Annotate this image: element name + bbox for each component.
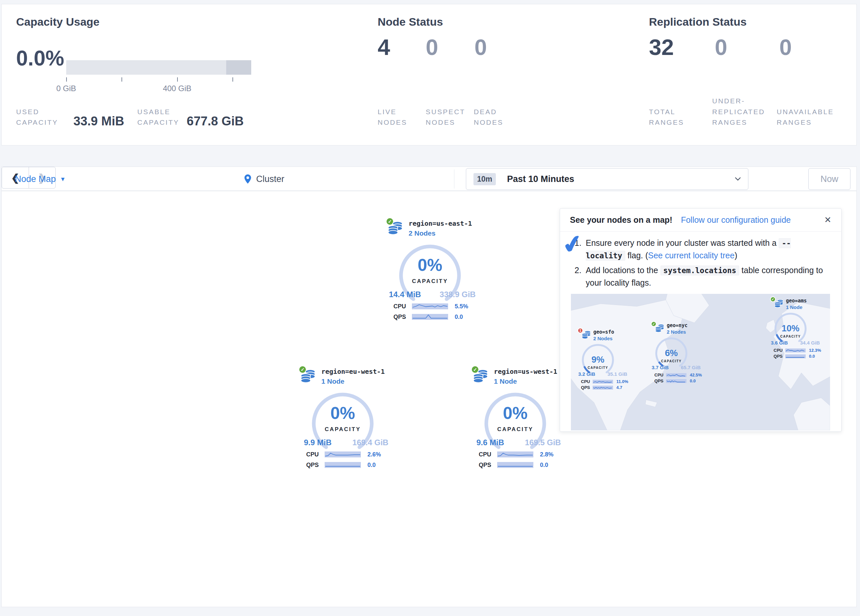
under-replicated-value: 0 xyxy=(715,36,727,58)
popup-instructions: 1.Ensure every node in your cluster was … xyxy=(574,237,829,292)
chevron-down-icon xyxy=(735,177,741,181)
capacity-label: CAPACITY xyxy=(578,366,618,370)
capacity-label: CAPACITY xyxy=(770,335,811,338)
cpu-label: CPU xyxy=(389,303,406,310)
breadcrumb-label: Cluster xyxy=(256,174,284,184)
qps-sparkline xyxy=(785,354,806,358)
qps-value: 0.0 xyxy=(455,313,463,320)
cpu-value: 2.6% xyxy=(367,451,381,458)
now-button[interactable]: Now xyxy=(808,168,851,190)
cpu-sparkline xyxy=(593,380,613,384)
cpu-label: CPU xyxy=(578,379,590,384)
capacity-bar-reserved-segment xyxy=(226,60,251,75)
total-ranges-value: 32 xyxy=(649,36,674,58)
usable-capacity-label: USABLE CAPACITY xyxy=(137,107,193,128)
capacity-percent: 10% xyxy=(770,324,811,333)
node-group-us-east-1[interactable]: ✓ region=us-east-1 2 Nodes 0% CAPACITY 1… xyxy=(381,214,479,328)
cpu-label: CPU xyxy=(651,373,664,378)
axis-tick xyxy=(177,77,178,82)
mini-node-geo-sfo: 1 geo=sfo 2 Nodes 9% CAPACITY 3.2 GiB 35… xyxy=(578,328,631,392)
capacity-label: CAPACITY xyxy=(466,426,565,433)
used-value: 3.6 GiB xyxy=(767,340,791,345)
capacity-percent: 6% xyxy=(651,349,692,358)
database-icon xyxy=(388,221,403,236)
time-range-label: Past 10 Minutes xyxy=(507,174,574,184)
caret-down-icon: ▾ xyxy=(61,175,65,183)
node-count: 2 Nodes xyxy=(593,335,612,341)
total-capacity-value: 34.4 GiB xyxy=(797,340,823,345)
qps-value: 4.7 xyxy=(616,385,622,390)
node-group-us-west-1[interactable]: ✓ region=us-west-1 1 Node 0% CAPACITY 9.… xyxy=(466,362,565,476)
node-group-eu-west-1[interactable]: ✓ region=eu-west-1 1 Node 0% CAPACITY 9.… xyxy=(293,362,392,476)
axis-tick-label: 400 GiB xyxy=(161,84,194,93)
breadcrumb[interactable]: Cluster xyxy=(244,167,284,191)
qps-label: QPS xyxy=(651,378,664,383)
axis-tick xyxy=(121,77,122,82)
live-nodes-value: 4 xyxy=(378,36,390,58)
live-nodes-label: LIVE NODES xyxy=(378,107,411,128)
capacity-percent: 0% xyxy=(466,404,565,422)
locality-tree-link[interactable]: See current locality tree xyxy=(648,251,734,260)
cpu-label: CPU xyxy=(474,451,491,458)
cpu-value: 42.5% xyxy=(690,373,702,378)
qps-value: 0.0 xyxy=(367,462,376,469)
example-node-map-image: 1 geo=sfo 2 Nodes 9% CAPACITY 3.2 GiB 35… xyxy=(571,294,830,430)
under-replicated-label: UNDER-REPLICATED RANGES xyxy=(712,96,771,128)
qps-sparkline xyxy=(325,462,361,468)
used-value: 9.9 MiB xyxy=(298,438,337,447)
node-locality: region=us-east-1 xyxy=(409,219,472,227)
qps-sparkline xyxy=(497,462,534,468)
node-count-link[interactable]: 1 Node xyxy=(494,378,517,385)
node-count-link[interactable]: 1 Node xyxy=(321,378,344,385)
qps-label: QPS xyxy=(771,354,783,359)
node-locality: region=us-west-1 xyxy=(494,368,557,375)
time-range-select[interactable]: 10m Past 10 Minutes xyxy=(466,168,749,190)
cpu-value: 11.0% xyxy=(616,379,628,384)
suspect-nodes-label: SUSPECT NODES xyxy=(426,107,469,128)
qps-value: 0.0 xyxy=(809,354,815,359)
used-value: 9.6 MiB xyxy=(471,438,510,447)
used-capacity-value: 33.9 MiB xyxy=(74,115,124,127)
unavailable-value: 0 xyxy=(779,36,792,58)
total-capacity-value: 35.1 GiB xyxy=(604,371,630,377)
node-locality: geo=sfo xyxy=(593,329,614,335)
node-status-title: Node Status xyxy=(378,16,443,28)
cpu-value: 5.5% xyxy=(455,303,468,310)
cpu-sparkline xyxy=(785,348,806,353)
view-mode-dropdown[interactable]: Node Map ▾ xyxy=(15,167,64,191)
capacity-usage-title: Capacity Usage xyxy=(16,16,99,28)
replication-status-title: Replication Status xyxy=(649,16,747,28)
node-locality: region=eu-west-1 xyxy=(321,368,385,375)
node-locality: geo=nyc xyxy=(667,323,687,328)
node-count-link[interactable]: 2 Nodes xyxy=(409,229,436,237)
used-value: 14.4 MiB xyxy=(385,290,425,299)
node-count: 1 Node xyxy=(786,304,802,310)
step-text: Add locations to the xyxy=(586,266,661,275)
toolbar-divider xyxy=(454,169,454,188)
total-capacity-value: 169.4 GiB xyxy=(347,438,394,447)
dead-nodes-value: 0 xyxy=(474,36,487,58)
axis-tick xyxy=(232,77,233,82)
popup-title: See your nodes on a map! xyxy=(570,215,672,225)
capacity-percent: 0% xyxy=(381,256,479,273)
capacity-percent: 0.0% xyxy=(16,48,64,69)
mini-node-geo-nyc: ✓ geo=nyc 2 Nodes 6% CAPACITY 3.7 GiB 65… xyxy=(651,321,705,386)
suspect-nodes-value: 0 xyxy=(426,36,438,58)
close-icon[interactable]: ✕ xyxy=(824,215,831,225)
cpu-sparkline xyxy=(325,451,361,458)
qps-label: QPS xyxy=(389,313,406,320)
qps-label: QPS xyxy=(301,462,319,469)
used-value: 3.7 GiB xyxy=(648,365,672,370)
cpu-label: CPU xyxy=(771,348,783,353)
unavailable-label: UNAVAILABLE RANGES xyxy=(777,107,839,128)
configuration-guide-link[interactable]: Follow our configuration guide xyxy=(681,215,791,225)
cpu-value: 12.3% xyxy=(809,348,821,353)
total-capacity-value: 65.7 GiB xyxy=(678,365,704,370)
used-value: 3.2 GiB xyxy=(575,371,599,377)
step-text: Ensure every node in your cluster was st… xyxy=(586,238,779,248)
blue-check-icon: ✔ xyxy=(560,231,585,258)
cpu-label: CPU xyxy=(301,451,319,458)
time-range-badge: 10m xyxy=(474,173,496,185)
total-capacity-value: 338.9 GiB xyxy=(435,290,481,299)
qps-value: 0.0 xyxy=(690,378,696,383)
